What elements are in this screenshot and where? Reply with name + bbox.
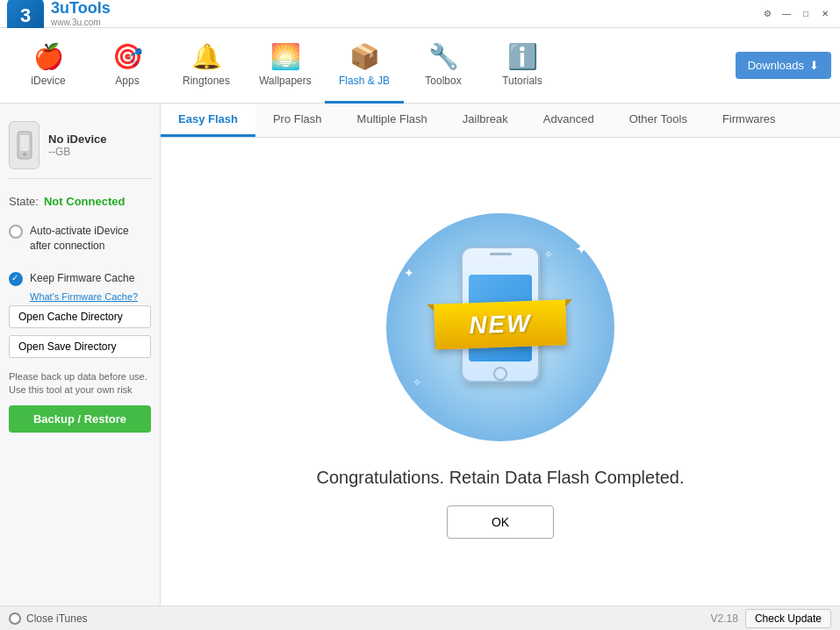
state-label: State: (9, 195, 39, 208)
warning-text: Please back up data before use. Use this… (9, 370, 151, 397)
keep-cache-row: Keep Firmware Cache (9, 271, 151, 286)
version-label: V2.18 (711, 612, 738, 625)
nav-label-apps: Apps (115, 75, 139, 87)
nav-label-flash: Flash & JB (339, 75, 390, 87)
tutorials-icon: ℹ️ (507, 42, 538, 71)
nav-label-tutorials: Tutorials (502, 75, 542, 87)
open-cache-button[interactable]: Open Cache Directory (9, 305, 151, 328)
congratulations-text: Congratulations. Retain Data Flash Compl… (316, 468, 684, 488)
sidebar: No iDevice --GB State: Not Connected Aut… (0, 104, 161, 605)
new-ribbon: NEW (434, 299, 567, 349)
minimize-icon[interactable]: — (779, 6, 794, 22)
nav-item-idevice[interactable]: 🍎 iDevice (9, 28, 88, 104)
state-value: Not Connected (44, 195, 125, 208)
status-left: Close iTunes (9, 612, 88, 625)
settings-icon[interactable]: ⚙ (759, 6, 775, 22)
tabs-bar: Easy Flash Pro Flash Multiple Flash Jail… (161, 104, 840, 138)
nav-label-toolbox: Toolbox (425, 75, 461, 87)
download-arrow-icon: ⬇ (809, 59, 819, 72)
status-bar: Close iTunes V2.18 Check Update (0, 605, 840, 630)
apps-icon: 🎯 (112, 42, 143, 71)
nav-item-wallpapers[interactable]: 🌅 Wallpapers (246, 28, 325, 104)
device-gb: --GB (48, 146, 106, 158)
nav-item-flash[interactable]: 📦 Flash & JB (325, 28, 404, 104)
auto-activate-radio[interactable] (9, 225, 23, 239)
tab-pro-flash[interactable]: Pro Flash (255, 104, 340, 137)
toolbox-icon: 🔧 (428, 42, 459, 71)
tab-advanced[interactable]: Advanced (526, 104, 612, 137)
auto-activate-row: Auto-activate iDevice after connection (9, 224, 151, 254)
tab-multiple-flash[interactable]: Multiple Flash (340, 104, 445, 137)
status-right: V2.18 Check Update (711, 609, 831, 628)
main-layout: No iDevice --GB State: Not Connected Aut… (0, 104, 840, 605)
nav-item-tutorials[interactable]: ℹ️ Tutorials (483, 28, 562, 104)
device-icon (9, 121, 39, 169)
open-save-button[interactable]: Open Save Directory (9, 335, 151, 358)
svg-rect-1 (20, 135, 29, 151)
tab-jailbreak[interactable]: Jailbreak (445, 104, 526, 137)
downloads-label: Downloads (748, 59, 804, 72)
downloads-button[interactable]: Downloads ⬇ (736, 52, 831, 79)
nav-icons: 🍎 iDevice 🎯 Apps 🔔 Ringtones 🌅 Wallpaper… (9, 28, 562, 104)
auto-activate-label: Auto-activate iDevice after connection (30, 224, 151, 254)
phone-home-button (493, 367, 507, 381)
circle-background: ✦ ✦ ✦ ✧ ✧ NEW (386, 213, 614, 441)
nav-item-toolbox[interactable]: 🔧 Toolbox (404, 28, 483, 104)
itunes-status-icon (9, 612, 21, 625)
ringtones-icon: 🔔 (191, 42, 222, 71)
device-info: No iDevice --GB (48, 132, 106, 158)
tab-firmwares[interactable]: Firmwares (705, 104, 793, 137)
phone-illustration: ✦ ✦ ✦ ✧ ✧ NEW (377, 204, 623, 450)
nav-label-idevice: iDevice (31, 75, 65, 87)
sparkle-3: ✦ (586, 401, 597, 415)
nav-label-ringtones: Ringtones (183, 75, 230, 87)
ok-button[interactable]: OK (447, 505, 554, 539)
app-name-main: 3uTools (51, 0, 111, 18)
tab-easy-flash[interactable]: Easy Flash (161, 104, 255, 137)
check-update-button[interactable]: Check Update (745, 609, 831, 628)
svg-point-2 (23, 153, 26, 156)
close-itunes-label: Close iTunes (26, 612, 88, 625)
sparkle-4: ✧ (544, 248, 553, 261)
maximize-icon[interactable]: □ (798, 6, 814, 22)
window-controls: ⚙ — □ ✕ (759, 6, 833, 22)
firmware-cache-link[interactable]: What's Firmware Cache? (30, 291, 151, 302)
backup-restore-button[interactable]: Backup / Restore (9, 405, 151, 433)
device-name: No iDevice (48, 132, 106, 146)
device-section: No iDevice --GB (9, 112, 151, 179)
content-area: Easy Flash Pro Flash Multiple Flash Jail… (161, 104, 840, 605)
flash-icon: 📦 (349, 42, 380, 71)
nav-item-ringtones[interactable]: 🔔 Ringtones (167, 28, 246, 104)
app-name-block: 3uTools www.3u.com (51, 0, 111, 27)
sparkle-5: ✧ (413, 376, 421, 389)
sparkle-2: ✦ (404, 266, 414, 280)
keep-cache-checkbox[interactable] (9, 272, 23, 286)
nav-label-wallpapers: Wallpapers (259, 75, 312, 87)
keep-cache-label: Keep Firmware Cache (30, 271, 134, 286)
flash-content: ✦ ✦ ✦ ✧ ✧ NEW (161, 138, 840, 605)
title-bar: 3 3uTools www.3u.com ⚙ — □ ✕ (0, 0, 840, 28)
new-badge-text: NEW (469, 309, 532, 338)
close-icon[interactable]: ✕ (817, 6, 833, 22)
nav-item-apps[interactable]: 🎯 Apps (88, 28, 167, 104)
app-url: www.3u.com (51, 18, 111, 27)
wallpapers-icon: 🌅 (270, 42, 301, 71)
state-row: State: Not Connected (9, 195, 151, 208)
nav-bar: 🍎 iDevice 🎯 Apps 🔔 Ringtones 🌅 Wallpaper… (0, 28, 840, 104)
tab-other-tools[interactable]: Other Tools (612, 104, 705, 137)
phone-speaker (490, 253, 512, 256)
idevice-icon: 🍎 (33, 42, 64, 71)
sparkle-1: ✦ (575, 240, 588, 259)
